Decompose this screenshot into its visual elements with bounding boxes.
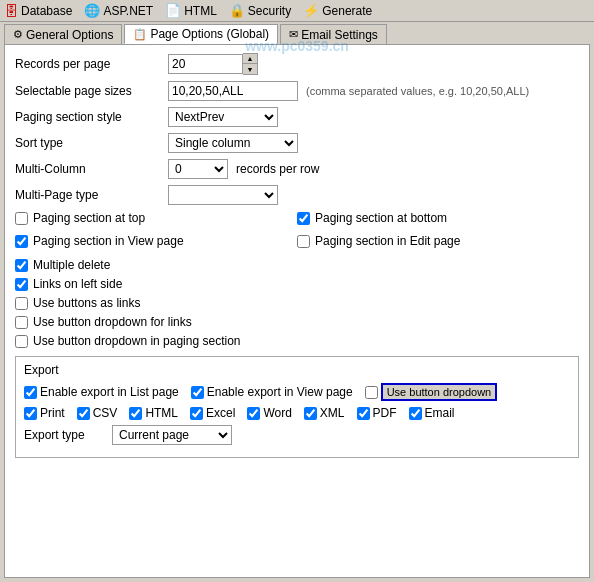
links-on-left-label: Links on left side (33, 277, 122, 291)
sort-type-select[interactable]: Single column Multi column (168, 133, 298, 153)
toolbar-aspnet-label: ASP.NET (103, 4, 153, 18)
export-type-row: Export type Current page All pages (24, 425, 570, 445)
paging-at-bottom-label: Paging section at bottom (315, 211, 447, 225)
html-icon: 📄 (165, 3, 181, 18)
paging-at-bottom-row: Paging section at bottom (297, 211, 579, 225)
html-format-checkbox[interactable] (129, 407, 142, 420)
export-type-label: Export type (24, 428, 104, 442)
enable-list-label: Enable export in List page (40, 385, 179, 399)
tab-general-options[interactable]: ⚙ General Options (4, 24, 122, 44)
spinbox-buttons: ▲ ▼ (243, 53, 258, 75)
paging-at-top-checkbox[interactable] (15, 212, 28, 225)
word-label: Word (263, 406, 291, 420)
csv-item: CSV (77, 406, 118, 420)
use-button-dropdown-paging-label: Use button dropdown in paging section (33, 334, 240, 348)
sort-type-label: Sort type (15, 136, 160, 150)
paging-checks-grid: Paging section at top Paging section at … (15, 211, 579, 253)
multi-column-row: Multi-Column 012345 records per row (15, 159, 579, 179)
html-format-label: HTML (145, 406, 178, 420)
paging-section-style-label: Paging section style (15, 110, 160, 124)
multi-page-type-row: Multi-Page type (15, 185, 579, 205)
paging-section-style-select[interactable]: NextPrev Numeric Both (168, 107, 278, 127)
tab-page-options-label: Page Options (Global) (150, 27, 269, 41)
security-icon: 🔒 (229, 3, 245, 18)
records-per-page-row: Records per page 20 ▲ ▼ (15, 53, 579, 75)
email-label: Email (425, 406, 455, 420)
multi-column-select[interactable]: 012345 (168, 159, 228, 179)
paging-at-bottom-checkbox[interactable] (297, 212, 310, 225)
export-formats-row: Print CSV HTML Excel Word XML (24, 406, 570, 420)
paging-in-view-row: Paging section in View page (15, 234, 297, 248)
export-enable-row: Enable export in List page Enable export… (24, 383, 570, 401)
xml-label: XML (320, 406, 345, 420)
enable-view-checkbox[interactable] (191, 386, 204, 399)
paging-at-top-label: Paging section at top (33, 211, 145, 225)
tab-email-settings-icon: ✉ (289, 28, 298, 41)
toolbar-generate[interactable]: ⚡ Generate (303, 3, 372, 18)
selectable-page-sizes-hint: (comma separated values, e.g. 10,20,50,A… (306, 85, 529, 97)
pdf-checkbox[interactable] (357, 407, 370, 420)
print-checkbox[interactable] (24, 407, 37, 420)
use-buttons-as-links-label: Use buttons as links (33, 296, 140, 310)
toolbar: 🗄 Database 🌐 ASP.NET 📄 HTML 🔒 Security ⚡… (0, 0, 594, 22)
content-area: Records per page 20 ▲ ▼ Selectable page … (4, 44, 590, 578)
enable-list-checkbox[interactable] (24, 386, 37, 399)
toolbar-security[interactable]: 🔒 Security (229, 3, 291, 18)
multi-page-type-label: Multi-Page type (15, 188, 160, 202)
tab-email-settings-label: Email Settings (301, 28, 378, 42)
paging-in-edit-checkbox[interactable] (297, 235, 310, 248)
selectable-page-sizes-row: Selectable page sizes (comma separated v… (15, 81, 579, 101)
print-item: Print (24, 406, 65, 420)
word-item: Word (247, 406, 291, 420)
multi-column-label: Multi-Column (15, 162, 160, 176)
generate-icon: ⚡ (303, 3, 319, 18)
tab-general-options-label: General Options (26, 28, 113, 42)
paging-in-edit-row: Paging section in Edit page (297, 234, 579, 248)
export-title: Export (24, 363, 570, 377)
paging-in-view-label: Paging section in View page (33, 234, 184, 248)
excel-checkbox[interactable] (190, 407, 203, 420)
use-buttons-as-links-row: Use buttons as links (15, 296, 579, 310)
spinbox-up-button[interactable]: ▲ (243, 54, 257, 64)
use-button-dropdown-paging-checkbox[interactable] (15, 335, 28, 348)
tab-page-options-global[interactable]: 📋 Page Options (Global) (124, 24, 278, 44)
email-checkbox[interactable] (409, 407, 422, 420)
links-on-left-row: Links on left side (15, 277, 579, 291)
use-button-dropdown-item: Use button dropdown (365, 383, 498, 401)
use-button-dropdown-links-row: Use button dropdown for links (15, 315, 579, 329)
enable-list-item: Enable export in List page (24, 385, 179, 399)
spinbox-down-button[interactable]: ▼ (243, 64, 257, 74)
paging-at-top-row: Paging section at top (15, 211, 297, 225)
csv-checkbox[interactable] (77, 407, 90, 420)
use-button-dropdown-export-checkbox[interactable] (365, 386, 378, 399)
email-item: Email (409, 406, 455, 420)
multiple-delete-checkbox[interactable] (15, 259, 28, 272)
multi-column-suffix: records per row (236, 162, 319, 176)
xml-item: XML (304, 406, 345, 420)
toolbar-database[interactable]: 🗄 Database (4, 3, 72, 19)
toolbar-html-label: HTML (184, 4, 217, 18)
toolbar-html[interactable]: 📄 HTML (165, 3, 217, 18)
multiple-delete-row: Multiple delete (15, 258, 579, 272)
multi-page-type-select[interactable] (168, 185, 278, 205)
use-button-dropdown-links-checkbox[interactable] (15, 316, 28, 329)
use-buttons-as-links-checkbox[interactable] (15, 297, 28, 310)
records-per-page-label: Records per page (15, 57, 160, 71)
links-on-left-checkbox[interactable] (15, 278, 28, 291)
xml-checkbox[interactable] (304, 407, 317, 420)
toolbar-aspnet[interactable]: 🌐 ASP.NET (84, 3, 153, 18)
excel-label: Excel (206, 406, 235, 420)
selectable-page-sizes-input[interactable] (168, 81, 298, 101)
word-checkbox[interactable] (247, 407, 260, 420)
records-per-page-spinbox[interactable]: 20 ▲ ▼ (168, 53, 258, 75)
export-section: Export Enable export in List page Enable… (15, 356, 579, 458)
tab-email-settings[interactable]: ✉ Email Settings (280, 24, 387, 44)
export-type-select[interactable]: Current page All pages (112, 425, 232, 445)
pdf-label: PDF (373, 406, 397, 420)
use-button-dropdown-export-label[interactable]: Use button dropdown (381, 383, 498, 401)
asp-icon: 🌐 (84, 3, 100, 18)
sort-type-row: Sort type Single column Multi column (15, 133, 579, 153)
selectable-page-sizes-label: Selectable page sizes (15, 84, 160, 98)
paging-in-view-checkbox[interactable] (15, 235, 28, 248)
records-per-page-input[interactable]: 20 (168, 54, 243, 74)
